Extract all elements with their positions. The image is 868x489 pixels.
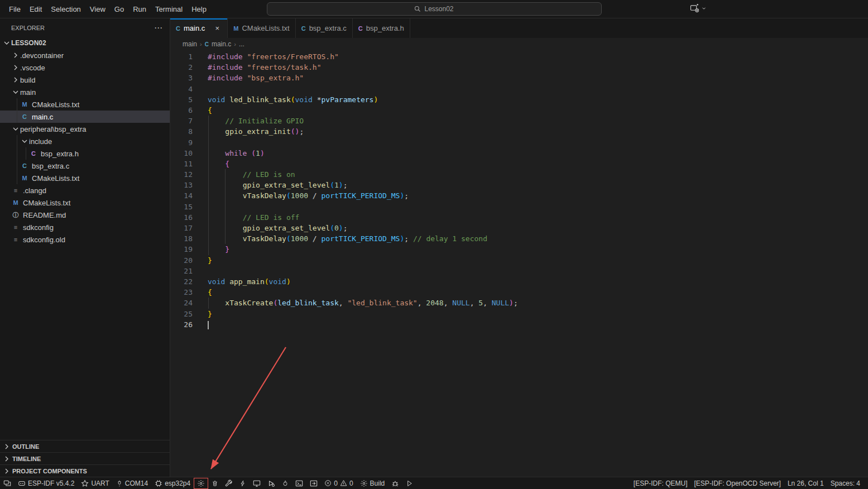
breadcrumb-item[interactable]: main.c [212,40,231,48]
breadcrumb-item[interactable]: ... [239,40,244,48]
line-number: 21 [170,266,193,276]
status-esp-idf-openocd-server[interactable]: [ESP-IDF: OpenOCD Server] [691,477,784,489]
tree-file-readme-md[interactable]: ⓘREADME.md [0,209,170,221]
code-line[interactable]: 21 [170,266,868,276]
code-line[interactable]: 4 [170,84,868,94]
code-line[interactable]: 9 [170,137,868,148]
code-line[interactable]: 22void app_main(void) [170,276,868,287]
breadcrumb[interactable]: main›Cmain.c›... [170,38,868,50]
status-run-external[interactable] [306,477,321,489]
tree-file-sdkconfig-old[interactable]: ≡sdkconfig.old [0,233,170,246]
explorer-actions-icon[interactable]: ⋯ [154,23,163,33]
tree-folder-build[interactable]: build [0,74,170,86]
tab-bsp-extra-c[interactable]: Cbsp_extra.c [296,18,353,38]
code-line[interactable]: 20} [170,255,868,266]
menu-run[interactable]: Run [128,3,151,16]
code-line[interactable]: 17 gpio_extra_set_level(0); [170,223,868,233]
menu-edit[interactable]: Edit [25,3,46,16]
status-lightning[interactable] [236,477,250,489]
tree-root-lesson02[interactable]: LESSON02 [0,37,170,49]
code-line[interactable]: 8 gpio_extra_init(); [170,126,868,137]
status-trash[interactable] [208,477,222,489]
section-timeline[interactable]: TIMELINE [0,452,170,464]
code-line[interactable]: 16 // LED is off [170,212,868,223]
close-icon[interactable]: × [213,24,222,32]
search-icon [414,6,421,12]
status-com14[interactable]: COM14 [113,477,151,489]
status-ln-26-col-1[interactable]: Ln 26, Col 1 [784,477,827,489]
code-line[interactable]: 25} [170,309,868,319]
tab-cmakelists-txt[interactable]: MCMakeLists.txt [228,18,295,38]
run-external-icon [310,480,318,487]
code-line[interactable]: 13 gpio_extra_set_level(1); [170,180,868,190]
section-outline[interactable]: OUTLINE [0,440,170,452]
root-folder-label: LESSON02 [11,39,46,47]
menu-go[interactable]: Go [110,3,128,16]
code-line[interactable]: 2#include "freertos/task.h" [170,62,868,73]
code-line[interactable]: 10 while (1) [170,148,868,159]
code-line[interactable]: 19 } [170,244,868,255]
chevron-down-icon[interactable] [701,6,707,11]
breadcrumb-separator: › [200,41,202,47]
tree-file-cmakelists-txt[interactable]: MCMakeLists.txt [0,98,170,111]
tab-bsp-extra-h[interactable]: Cbsp_extra.h [353,18,410,38]
code-line[interactable]: 26 [170,319,868,330]
code-line[interactable]: 7 // Initialize GPIO [170,116,868,126]
tree-file-main-c[interactable]: Cmain.c [0,111,170,123]
code-line[interactable]: 5void led_blink_task(void *pvParameters) [170,94,868,105]
status-spaces-4[interactable]: Spaces: 4 [827,477,864,489]
tree-file-sdkconfig[interactable]: ≡sdkconfig [0,221,170,233]
status-play[interactable] [402,477,416,489]
menu-terminal[interactable]: Terminal [151,3,187,16]
status-gear-highlighted[interactable] [194,478,208,489]
code-line[interactable]: 14 vTaskDelay(1000 / portTICK_PERIOD_MS)… [170,190,868,201]
section-project-components[interactable]: PROJECT COMPONENTS [0,464,170,477]
chevron-right-icon [11,51,20,60]
file-type-icon: M [11,198,20,207]
breadcrumb-item[interactable]: main [183,40,197,48]
menu-view[interactable]: View [85,3,110,16]
tree-folder-include[interactable]: include [0,135,170,147]
tab-main-c[interactable]: Cmain.c× [170,18,228,38]
status-esp-idf-v5-4-2[interactable]: ESP-IDF v5.4.2 [15,477,78,489]
code-line[interactable]: 15 [170,202,868,212]
status-remote-window[interactable] [0,477,15,489]
code-line[interactable]: 1#include "freertos/FreeRTOS.h" [170,51,868,62]
tree-file-cmakelists-txt[interactable]: MCMakeLists.txt [0,172,170,184]
status-problems[interactable]: 00 [321,477,356,489]
status-monitor[interactable] [250,477,264,489]
tree-folder-main[interactable]: main [0,86,170,98]
tree-folder-vscode[interactable]: .vscode [0,61,170,74]
status-uart[interactable]: UART [78,477,112,489]
line-content: void app_main(void) [208,276,868,287]
search-input[interactable]: Lesson02 [267,2,602,16]
code-line[interactable]: 24 xTaskCreate(led_blink_task, "led_blin… [170,298,868,308]
menu-help[interactable]: Help [187,3,211,16]
code-line[interactable]: 23{ [170,287,868,298]
tree-file-bsp-extra-h[interactable]: Cbsp_extra.h [0,147,170,160]
code-line[interactable]: 18 vTaskDelay(1000 / portTICK_PERIOD_MS)… [170,233,868,244]
code-line[interactable]: 6{ [170,105,868,116]
status-debug-alt[interactable] [264,477,279,489]
status-bug[interactable] [388,477,402,489]
tree-file-bsp-extra-c[interactable]: Cbsp_extra.c [0,160,170,172]
status-wrench[interactable] [222,477,236,489]
tree-folder-peripheral-bsp-extra[interactable]: peripheral\bsp_extra [0,123,170,135]
code-line[interactable]: 11 { [170,159,868,169]
code-editor[interactable]: 1#include "freertos/FreeRTOS.h"2#include… [170,50,868,477]
status-terminal[interactable] [292,477,306,489]
line-number: 25 [170,309,193,319]
tree-file-cmakelists-txt[interactable]: MCMakeLists.txt [0,196,170,209]
status-esp-idf-qemu[interactable]: [ESP-IDF: QEMU] [630,477,691,489]
tree-file-clangd[interactable]: ≡.clangd [0,184,170,196]
menu-file[interactable]: File [4,3,25,16]
layout-control-icon[interactable] [690,4,699,12]
menu-selection[interactable]: Selection [46,3,85,16]
status-flame[interactable] [279,477,292,489]
code-line[interactable]: 3#include "bsp_extra.h" [170,73,868,83]
status-esp32p4[interactable]: esp32p4 [151,477,194,489]
line-number: 16 [170,212,193,223]
status-build[interactable]: Build [357,477,389,489]
code-line[interactable]: 12 // LED is on [170,169,868,180]
tree-folder-devcontainer[interactable]: .devcontainer [0,49,170,61]
